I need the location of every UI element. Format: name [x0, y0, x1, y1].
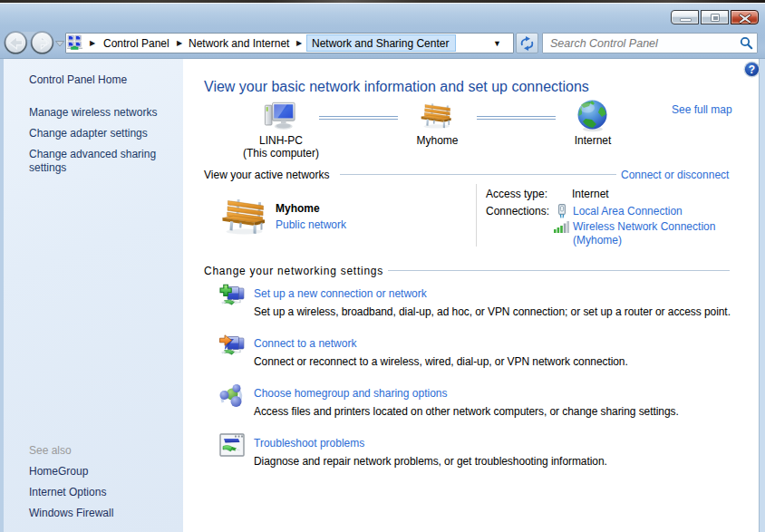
- svg-text:?: ?: [749, 63, 755, 76]
